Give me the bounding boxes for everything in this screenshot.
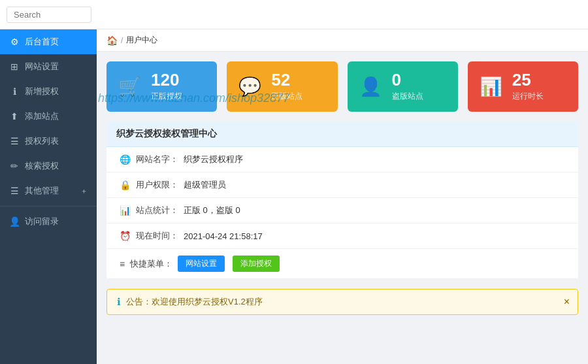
info-row-site-stats: 📊 站点统计： 正版 0，盗版 0 [106,198,578,223]
add-icon: ⬆ [9,111,20,122]
globe-icon: 🌐 [120,154,131,165]
lock-icon: 🔒 [120,180,131,190]
pirate-label: 盗版站点 [392,91,423,102]
info-row-user-perm: 🔒 用户权限： 超级管理员 [106,173,578,198]
info-row-site-name: 🌐 网站名字： 织梦云授权程序 [106,147,578,173]
btn-site-config[interactable]: 网站设置 [178,256,225,272]
user-icon: 👤 [9,216,20,227]
info-panel: 织梦云授权接权管理中心 🌐 网站名字： 织梦云授权程序 🔒 用户权限： 超级管理… [106,122,578,279]
list-icon: ☰ [9,136,20,146]
pencil-icon: ✏ [9,161,20,171]
info-icon: ℹ [9,86,20,97]
manage-icon: ☰ [9,186,20,196]
sidebar-item-dashboard[interactable]: ⚙ 后台首页 [0,29,97,54]
info-row-time: ⏰ 现在时间： 2021-04-24 21:58:17 [106,223,578,249]
close-announcement-button[interactable]: × [564,296,570,308]
clock-icon: ⏰ [120,231,131,241]
site-count: 52 [271,71,302,88]
sidebar: ⚙ 后台首页 ⊞ 网站设置 ℹ 新增授权 ⬆ 添加站点 ☰ 授权列表 ✏ 核索授… [0,29,97,364]
runtime-label: 运行时长 [512,91,544,102]
cart-icon: 🛒 [118,76,141,97]
stat-card-pirate: 👤 0 盗版站点 [348,61,458,112]
bar-icon: 📊 [120,205,131,216]
sidebar-item-find-auth[interactable]: ✏ 核索授权 [0,154,97,178]
sidebar-item-add-site[interactable]: ⬆ 添加站点 [0,104,97,129]
user-stat-icon: 👤 [359,76,382,97]
chat-icon: 💬 [238,76,261,97]
announcement-icon: ℹ [117,296,121,308]
announcement-text: 公告：欢迎使用织梦云授权V1.2程序 [126,296,263,308]
auth-count: 120 [151,71,182,88]
sidebar-item-visit-log[interactable]: 👤 访问留录 [0,209,97,234]
main-layout: ⚙ 后台首页 ⊞ 网站设置 ℹ 新增授权 ⬆ 添加站点 ☰ 授权列表 ✏ 核索授… [0,29,588,364]
dashboard-icon: ⚙ [9,37,20,47]
search-input[interactable] [7,7,91,23]
sidebar-item-new-auth[interactable]: ℹ 新增授权 [0,79,97,104]
sidebar-item-other-mgmt[interactable]: ☰ 其他管理 ＋ [0,178,97,203]
grid-icon: ⊞ [9,61,20,72]
plus-icon: ＋ [80,186,88,196]
quick-menu-row: ≡ 快捷菜单： 网站设置 添加授权 [106,249,578,279]
chart-icon: 📊 [480,76,502,97]
content-area: 🏠 / 用户中心 🛒 120 正版授权 💬 52 正版站点 👤 [97,29,588,364]
stat-card-runtime: 📊 25 运行时长 [468,61,578,112]
home-icon: 🏠 [106,35,118,46]
auth-label: 正版授权 [151,91,182,102]
info-panel-header: 织梦云授权接权管理中心 [106,122,578,147]
stats-row: 🛒 120 正版授权 💬 52 正版站点 👤 0 盗版站点 [97,52,588,122]
stat-card-site: 💬 52 正版站点 [227,61,337,112]
runtime-count: 25 [512,71,544,88]
sidebar-divider [0,206,97,207]
site-label: 正版站点 [271,91,302,102]
top-bar [0,0,588,29]
announcement-bar: ℹ 公告：欢迎使用织梦云授权V1.2程序 × [106,289,578,315]
breadcrumb: 🏠 / 用户中心 [97,29,588,52]
stat-card-auth: 🛒 120 正版授权 [106,61,217,112]
menu-icon: ≡ [120,259,125,269]
quick-menu-label: 快捷菜单： [130,258,172,270]
pirate-count: 0 [392,71,423,88]
btn-add-auth[interactable]: 添加授权 [233,256,280,272]
sidebar-item-site-settings[interactable]: ⊞ 网站设置 [0,54,97,79]
sidebar-item-auth-list[interactable]: ☰ 授权列表 [0,129,97,154]
breadcrumb-separator: / [121,36,123,45]
breadcrumb-current: 用户中心 [126,35,157,46]
